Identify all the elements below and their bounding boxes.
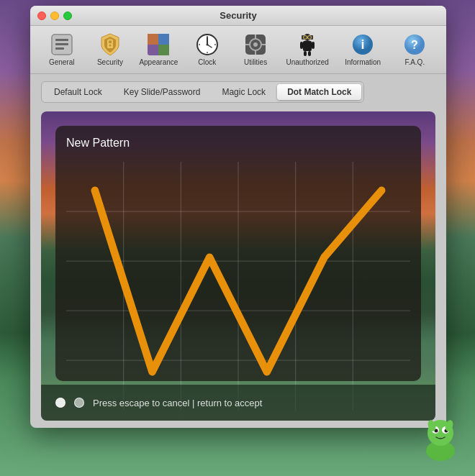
toolbar-label-security: Security	[97, 58, 123, 66]
tab-magic-lock[interactable]: Magic Lock	[212, 84, 276, 100]
toolbar-label-information: Information	[345, 58, 381, 66]
toolbar: General Security	[30, 26, 446, 74]
grid-container[interactable]	[66, 160, 410, 411]
security-icon	[99, 33, 122, 56]
tab-dot-match-lock[interactable]: Dot Match Lock	[277, 84, 361, 100]
svg-text:?: ?	[411, 39, 418, 51]
bottom-bar: Press escape to cancel | return to accep…	[41, 385, 435, 421]
toolbar-item-clock[interactable]: Clock	[183, 30, 231, 69]
toolbar-item-general[interactable]: General	[37, 30, 86, 69]
toolbar-label-utilities: Utilities	[244, 58, 267, 66]
dot-indicator-2	[74, 398, 84, 408]
svg-point-5	[109, 45, 112, 47]
tab-key-slide[interactable]: Key Slide/Password	[114, 84, 211, 100]
traffic-lights	[37, 12, 72, 20]
titlebar: Security	[30, 6, 446, 26]
pattern-container: New Pattern	[41, 111, 435, 421]
svg-rect-26	[303, 41, 312, 51]
toolbar-item-information[interactable]: i Information	[335, 30, 391, 69]
svg-text:i: i	[361, 37, 365, 52]
toolbar-item-faq[interactable]: ? F.A.Q.	[391, 30, 439, 69]
toolbar-label-unauthorized: Unauthorized	[286, 58, 328, 66]
unauthorized-icon	[296, 33, 319, 56]
svg-rect-8	[158, 45, 169, 55]
minimize-button[interactable]	[50, 12, 59, 20]
svg-rect-27	[300, 42, 303, 49]
faq-icon: ?	[403, 33, 426, 56]
svg-rect-28	[312, 42, 315, 49]
toolbar-item-appearance[interactable]: Appearance	[135, 30, 183, 69]
tab-default-lock[interactable]: Default Lock	[44, 84, 112, 100]
general-icon	[50, 33, 73, 56]
toolbar-item-security[interactable]: Security	[86, 30, 134, 69]
svg-rect-3	[55, 47, 64, 50]
toolbar-label-faq: F.A.Q.	[404, 58, 425, 66]
svg-rect-29	[304, 51, 307, 56]
pattern-title: New Pattern	[66, 137, 410, 150]
maximize-button[interactable]	[63, 12, 72, 20]
toolbar-label-clock: Clock	[198, 58, 216, 66]
pattern-panel: New Pattern	[55, 126, 421, 381]
tab-bar: Default Lock Key Slide/Password Magic Lo…	[41, 81, 364, 103]
svg-rect-2	[55, 43, 68, 45]
pattern-grid-svg	[66, 160, 410, 411]
information-icon: i	[351, 33, 374, 56]
appearance-icon	[147, 33, 170, 56]
main-window: Security General	[30, 6, 446, 428]
toolbar-label-general: General	[49, 58, 75, 66]
clock-icon	[196, 33, 219, 56]
toolbar-item-utilities[interactable]: Utilities	[231, 30, 279, 69]
svg-point-13	[206, 44, 208, 46]
window-title: Security	[220, 10, 256, 21]
bottom-hint-text: Press escape to cancel | return to accep…	[93, 398, 262, 408]
svg-rect-1	[55, 39, 68, 41]
toolbar-label-appearance: Appearance	[139, 58, 178, 66]
svg-rect-7	[148, 34, 158, 45]
toolbar-item-unauthorized[interactable]: Unauthorized	[280, 30, 335, 69]
svg-point-20	[253, 42, 258, 47]
content-area: Default Lock Key Slide/Password Magic Lo…	[30, 74, 446, 428]
dot-indicator-1	[55, 398, 65, 408]
close-button[interactable]	[37, 12, 46, 20]
svg-rect-9	[158, 34, 169, 45]
utilities-icon	[244, 33, 267, 56]
mascot	[419, 411, 462, 462]
svg-rect-30	[308, 51, 311, 56]
